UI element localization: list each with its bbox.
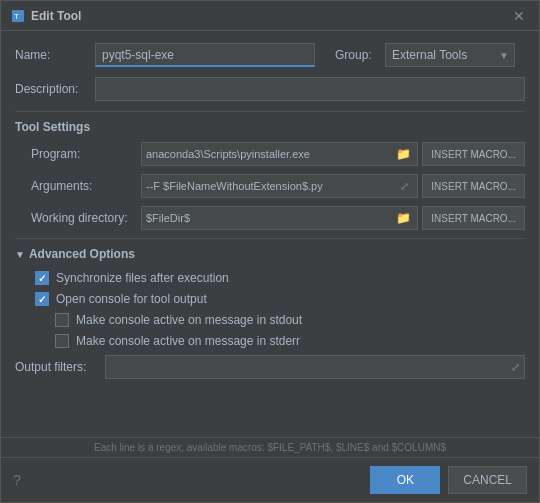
program-label: Program: — [31, 147, 141, 161]
ok-button[interactable]: OK — [370, 466, 440, 494]
description-input[interactable] — [95, 77, 525, 101]
advanced-options-header[interactable]: ▼ Advanced Options — [15, 247, 525, 261]
dialog-icon: T — [11, 9, 25, 23]
edit-tool-dialog: T Edit Tool ✕ Name: Group: External Tool… — [0, 0, 540, 503]
program-row: Program: 📁 INSERT MACRO... — [15, 142, 525, 166]
divider-2 — [15, 238, 525, 239]
output-filters-input-wrapper: ⤢ — [105, 355, 525, 379]
help-icon[interactable]: ? — [13, 472, 21, 488]
sync-files-checkbox[interactable]: ✓ — [35, 271, 49, 285]
console-stdout-row: Make console active on message in stdout — [15, 313, 525, 327]
sync-files-row: ✓ Synchronize files after execution — [15, 271, 525, 285]
working-dir-input[interactable] — [146, 212, 394, 224]
close-button[interactable]: ✕ — [509, 7, 529, 25]
arguments-expand-icon[interactable]: ⤢ — [400, 180, 409, 193]
working-dir-label: Working directory: — [31, 211, 141, 225]
console-stderr-label: Make console active on message in stderr — [76, 334, 300, 348]
group-select-wrapper: External Tools ▼ — [385, 43, 515, 67]
arguments-label: Arguments: — [31, 179, 141, 193]
hint-bar: Each line is a regex, available macros: … — [1, 437, 539, 457]
open-console-row: ✓ Open console for tool output — [15, 292, 525, 306]
description-label: Description: — [15, 82, 95, 96]
collapse-arrow-icon: ▼ — [15, 249, 25, 260]
open-console-label: Open console for tool output — [56, 292, 207, 306]
group-label: Group: — [335, 48, 385, 62]
working-dir-input-wrapper: 📁 — [141, 206, 418, 230]
program-folder-icon[interactable]: 📁 — [394, 147, 413, 161]
arguments-input[interactable] — [146, 180, 398, 192]
console-stdout-checkbox[interactable] — [55, 313, 69, 327]
name-input[interactable] — [95, 43, 315, 67]
console-stderr-checkbox[interactable] — [55, 334, 69, 348]
arguments-input-wrapper: ⤢ — [141, 174, 418, 198]
output-filters-row: Output filters: ⤢ — [15, 355, 525, 379]
arguments-row: Arguments: ⤢ INSERT MACRO... — [15, 174, 525, 198]
console-stderr-row: Make console active on message in stderr — [15, 334, 525, 348]
title-bar: T Edit Tool ✕ — [1, 1, 539, 31]
name-label: Name: — [15, 48, 95, 62]
dialog-content: Name: Group: External Tools ▼ Descriptio… — [1, 31, 539, 437]
output-filters-label: Output filters: — [15, 360, 105, 374]
hint-text: Each line is a regex, available macros: … — [94, 442, 446, 453]
working-dir-folder-icon[interactable]: 📁 — [394, 211, 413, 225]
divider-1 — [15, 111, 525, 112]
tool-settings-header: Tool Settings — [15, 120, 525, 134]
arguments-insert-macro-button[interactable]: INSERT MACRO... — [422, 174, 525, 198]
program-input-wrapper: 📁 — [141, 142, 418, 166]
output-expand-icon[interactable]: ⤢ — [511, 361, 520, 374]
working-dir-row: Working directory: 📁 INSERT MACRO... — [15, 206, 525, 230]
dialog-title: Edit Tool — [31, 9, 81, 23]
svg-text:T: T — [14, 12, 19, 21]
description-row: Description: — [15, 77, 525, 101]
button-bar: ? OK CANCEL — [1, 457, 539, 502]
program-insert-macro-button[interactable]: INSERT MACRO... — [422, 142, 525, 166]
name-group-row: Name: Group: External Tools ▼ — [15, 43, 525, 67]
console-stdout-label: Make console active on message in stdout — [76, 313, 302, 327]
output-filters-input[interactable] — [110, 361, 511, 373]
group-select[interactable]: External Tools — [385, 43, 515, 67]
sync-files-label: Synchronize files after execution — [56, 271, 229, 285]
program-input[interactable] — [146, 148, 394, 160]
working-dir-insert-macro-button[interactable]: INSERT MACRO... — [422, 206, 525, 230]
open-console-checkbox[interactable]: ✓ — [35, 292, 49, 306]
cancel-button[interactable]: CANCEL — [448, 466, 527, 494]
advanced-options-title: Advanced Options — [29, 247, 135, 261]
